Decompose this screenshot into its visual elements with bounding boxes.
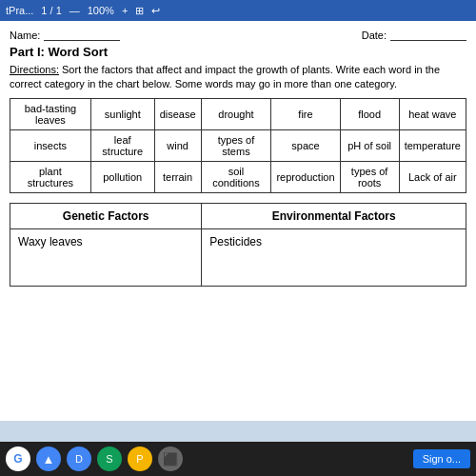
- page-count: 1 / 1: [41, 5, 61, 16]
- docs-icon[interactable]: D: [67, 446, 91, 471]
- word-cell-1-4[interactable]: space: [271, 129, 340, 161]
- camera-icon[interactable]: ⬛: [158, 446, 183, 471]
- genetic-factors-header: Genetic Factors: [10, 203, 202, 228]
- drive-icon[interactable]: ▲: [36, 446, 61, 471]
- word-cell-2-6[interactable]: Lack of air: [399, 161, 466, 192]
- word-row-0: bad-tasting leavessunlightdiseasedrought…: [10, 98, 466, 129]
- genetic-cell[interactable]: Waxy leaves: [10, 228, 202, 286]
- word-cell-0-2[interactable]: disease: [154, 98, 201, 129]
- sign-in-button[interactable]: Sign o...: [413, 449, 470, 468]
- zoom-plus[interactable]: +: [122, 5, 128, 16]
- word-cell-0-6[interactable]: heat wave: [399, 98, 466, 129]
- word-cell-1-0[interactable]: insects: [10, 129, 91, 161]
- content-area: Name: Date: Part I: Word Sort Directions…: [0, 21, 476, 421]
- word-cell-2-2[interactable]: terrain: [154, 161, 201, 192]
- word-cell-2-0[interactable]: plant structures: [10, 161, 91, 192]
- word-cell-1-1[interactable]: leaf structure: [90, 129, 154, 161]
- slides-icon[interactable]: P: [128, 446, 152, 471]
- directions: Directions: Sort the factors that affect…: [10, 63, 466, 92]
- undo-icon[interactable]: ↩: [151, 5, 160, 17]
- word-cell-0-1[interactable]: sunlight: [90, 98, 154, 129]
- word-cell-1-5[interactable]: pH of soil: [340, 129, 399, 161]
- directions-text: Sort the factors that affect and impact …: [10, 64, 440, 89]
- word-row-2: plant structurespollutionterrainsoil con…: [10, 161, 466, 192]
- word-cell-1-6[interactable]: temperature: [399, 129, 466, 161]
- header-fields: Name: Date:: [10, 29, 466, 41]
- environmental-factors-header: Environmental Factors: [202, 203, 466, 228]
- word-cell-0-5[interactable]: flood: [340, 98, 399, 129]
- word-sort-table: bad-tasting leavessunlightdiseasedrought…: [10, 98, 466, 193]
- grid-icon[interactable]: ⊞: [135, 5, 144, 17]
- word-cell-2-5[interactable]: types of roots: [340, 161, 399, 192]
- name-label: Name:: [10, 30, 40, 41]
- filename-label: tPra...: [6, 5, 33, 16]
- factors-row: Waxy leaves Pesticides: [10, 228, 466, 286]
- date-label: Date:: [362, 30, 387, 41]
- word-cell-0-3[interactable]: drought: [201, 98, 271, 129]
- top-bar: tPra... 1 / 1 — 100% + ⊞ ↩: [0, 0, 476, 21]
- word-cell-0-4[interactable]: fire: [271, 98, 340, 129]
- date-input[interactable]: [390, 29, 466, 41]
- word-cell-1-3[interactable]: types of stems: [201, 129, 271, 161]
- taskbar: G ▲ D S P ⬛ Sign o...: [0, 442, 476, 476]
- name-field: Name:: [10, 29, 120, 41]
- name-input[interactable]: [44, 29, 120, 41]
- environmental-cell[interactable]: Pesticides: [202, 228, 466, 286]
- date-field: Date:: [362, 29, 466, 41]
- zoom-level[interactable]: 100%: [88, 5, 114, 16]
- word-cell-1-2[interactable]: wind: [154, 129, 201, 161]
- directions-label: Directions:: [10, 64, 59, 75]
- sheets-icon[interactable]: S: [97, 446, 122, 471]
- word-cell-2-4[interactable]: reproduction: [271, 161, 340, 192]
- section-title: Part I: Word Sort: [10, 45, 466, 59]
- separator: —: [69, 5, 80, 16]
- word-row-1: insectsleaf structurewindtypes of stemss…: [10, 129, 466, 161]
- word-cell-0-0[interactable]: bad-tasting leaves: [10, 98, 91, 129]
- word-cell-2-1[interactable]: pollution: [90, 161, 154, 192]
- word-cell-2-3[interactable]: soil conditions: [201, 161, 271, 192]
- factors-table: Genetic Factors Environmental Factors Wa…: [10, 203, 466, 287]
- google-icon[interactable]: G: [6, 446, 30, 471]
